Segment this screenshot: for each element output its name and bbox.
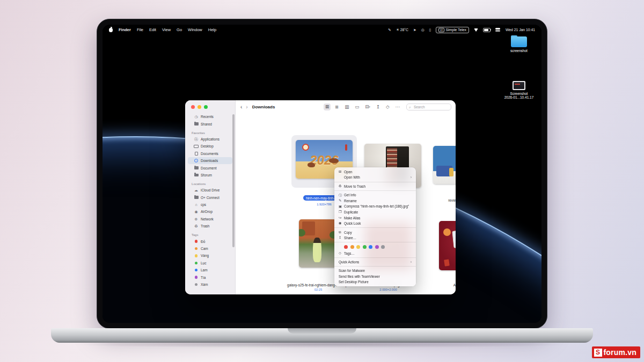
file-thumbnail-artboard-3[interactable]: GEMINI LIVE bbox=[439, 221, 456, 270]
phone-motif bbox=[452, 230, 456, 248]
pencil-icon[interactable]: ✎ bbox=[388, 28, 391, 32]
menu-finder[interactable]: Finder bbox=[119, 27, 131, 32]
context-menu-item-copy[interactable]: ⧉Copy bbox=[334, 230, 416, 235]
apple-logo-icon[interactable] bbox=[109, 28, 113, 32]
sidebar-item-desktop[interactable]: Desktop bbox=[188, 143, 232, 150]
tag-dot-orange bbox=[195, 247, 198, 250]
sidebar-tag-xam[interactable]: Xám bbox=[188, 281, 232, 288]
sidebar-item-sforum[interactable]: Sforum bbox=[188, 172, 232, 179]
sidebar-item-applications[interactable]: ⒶApplications bbox=[188, 136, 232, 143]
control-center-icon[interactable] bbox=[495, 28, 501, 32]
view-grid-button[interactable]: ⊞ bbox=[324, 104, 331, 110]
tag-color-gray[interactable] bbox=[381, 245, 385, 249]
sidebar-item-icloud[interactable]: ☁iCloud Drive bbox=[188, 187, 232, 194]
sidebar-item-airdrop[interactable]: ◉AirDrop bbox=[188, 208, 232, 215]
menu-file[interactable]: File bbox=[137, 27, 143, 32]
view-columns-button[interactable]: ▥ bbox=[343, 104, 350, 110]
context-menu-item-rename[interactable]: ✎Rename bbox=[334, 198, 416, 204]
menu-help[interactable]: Help bbox=[208, 27, 216, 32]
context-menu-item-scan-for-malware[interactable]: Scan for Malware bbox=[334, 268, 416, 274]
menu-label: Send files with TeamViewer bbox=[339, 275, 380, 278]
close-window-button[interactable] bbox=[191, 105, 195, 109]
context-menu-item-open[interactable]: ⊞Open bbox=[334, 169, 416, 175]
minimize-window-button[interactable] bbox=[197, 105, 201, 109]
battery-icon[interactable] bbox=[483, 28, 491, 32]
sidebar-item-oplus-connect[interactable]: O+ Connect bbox=[188, 194, 232, 201]
tag-color-yellow[interactable] bbox=[356, 245, 360, 249]
zoom-window-button[interactable] bbox=[204, 105, 208, 109]
context-menu-item-move-to-trash[interactable]: ♻Move to Trash bbox=[334, 183, 416, 189]
sidebar-label: Trash bbox=[201, 224, 209, 228]
file-name[interactable]: Artboard 3.png bbox=[439, 283, 456, 287]
device-status-icon[interactable]: ▯ bbox=[429, 28, 431, 32]
menu-edit[interactable]: Edit bbox=[149, 27, 156, 32]
sidebar-item-shared[interactable]: Shared bbox=[188, 120, 232, 127]
app-status-icon-1[interactable]: ➤ bbox=[413, 28, 416, 32]
sidebar-scrollbar[interactable] bbox=[232, 114, 235, 247]
wifi-icon[interactable] bbox=[474, 28, 478, 32]
tag-color-red[interactable] bbox=[344, 245, 348, 249]
file-name[interactable]: review-tu-lanh-10.jpg bbox=[433, 198, 456, 202]
sidebar-tag-tia[interactable]: Tía bbox=[188, 274, 232, 280]
context-menu-item-quick-actions[interactable]: Quick Actions› bbox=[334, 259, 416, 265]
file-thumbnail-galaxy-video[interactable] bbox=[299, 219, 336, 268]
sidebar-item-trash[interactable]: ♻Trash bbox=[188, 223, 232, 230]
sidebar-item-cps[interactable]: ⌂cps bbox=[188, 201, 232, 208]
menu-divider bbox=[334, 182, 416, 182]
input-badge: VI bbox=[438, 28, 444, 32]
group-by-button[interactable]: ⊟▾ bbox=[363, 104, 372, 110]
sidebar-item-document[interactable]: Document bbox=[188, 164, 232, 171]
sidebar-label: iCloud Drive bbox=[201, 188, 219, 192]
share-button[interactable]: ↥ bbox=[375, 104, 382, 110]
duplicate-icon: ❐ bbox=[339, 210, 344, 213]
context-menu-item-send-teamviewer[interactable]: Send files with TeamViewer bbox=[334, 274, 416, 279]
sidebar-label: O+ Connect bbox=[201, 196, 219, 200]
context-menu-item-make-alias[interactable]: ↪Make Alias bbox=[334, 215, 416, 221]
context-menu-item-duplicate[interactable]: ❐Duplicate bbox=[334, 209, 416, 215]
app-status-icon-2[interactable]: ◎ bbox=[421, 28, 425, 32]
tag-color-blue[interactable] bbox=[369, 245, 372, 249]
menu-bar-clock[interactable]: Wed 21 Jan 10:41 bbox=[506, 28, 535, 32]
sidebar-tag-luc[interactable]: Lục bbox=[188, 260, 232, 267]
view-gallery-button[interactable]: ▭ bbox=[353, 104, 361, 110]
sidebar-tag-vang[interactable]: Vàng bbox=[188, 252, 232, 259]
open-icon: ⊞ bbox=[339, 170, 344, 173]
weather-status[interactable]: ☀ 28°C bbox=[396, 28, 408, 32]
sidebar-item-network[interactable]: ⊕Network bbox=[188, 216, 232, 223]
search-input[interactable] bbox=[413, 105, 447, 109]
view-list-button[interactable]: ≣ bbox=[333, 104, 340, 110]
input-name: Simple Telex bbox=[446, 28, 466, 32]
context-menu-item-set-desktop-picture[interactable]: Set Desktop Picture bbox=[334, 279, 416, 285]
sidebar-tag-do[interactable]: Đỏ bbox=[188, 238, 232, 245]
sidebar-item-documents[interactable]: Documents bbox=[188, 150, 232, 157]
sidebar-item-recents[interactable]: ◷Recents bbox=[188, 113, 232, 120]
context-menu-item-open-with[interactable]: Open With› bbox=[334, 175, 416, 181]
sidebar-section-favorites: Favorites bbox=[185, 128, 235, 136]
sidebar-item-downloads[interactable]: ↓Downloads bbox=[188, 157, 232, 164]
sidebar-tag-cam[interactable]: Cam bbox=[188, 245, 232, 252]
desktop-icon-screenshot-file[interactable]: Screenshot 2026-01...10.41.17 bbox=[504, 81, 534, 99]
back-button[interactable]: ‹ bbox=[240, 105, 243, 110]
context-menu-item-share[interactable]: ↥Share… bbox=[334, 235, 416, 241]
tag-dot-gray bbox=[195, 283, 198, 286]
menu-view[interactable]: View bbox=[162, 27, 171, 32]
context-menu-item-get-info[interactable]: ⓘGet Info bbox=[334, 192, 416, 198]
forward-button[interactable]: › bbox=[245, 105, 248, 110]
search-field[interactable]: ⌕ bbox=[406, 104, 451, 110]
tag-color-purple[interactable] bbox=[375, 245, 379, 249]
file-thumbnail-review-tu-lanh[interactable] bbox=[433, 146, 456, 184]
context-menu-item-quick-look[interactable]: ◉Quick Look bbox=[334, 220, 416, 226]
desktop-icon-screenshot-folder[interactable]: screenshot bbox=[504, 36, 534, 53]
tag-color-orange[interactable] bbox=[350, 245, 354, 249]
more-options-button[interactable]: ⋯ bbox=[394, 104, 402, 110]
tag-dot-green bbox=[195, 262, 198, 265]
menu-window[interactable]: Window bbox=[188, 27, 202, 32]
tag-button[interactable]: ◇ bbox=[384, 104, 391, 110]
context-menu-item-tags[interactable]: ◇Tags… bbox=[334, 250, 416, 256]
input-source-menu[interactable]: VI Simple Telex bbox=[436, 27, 469, 33]
tag-color-green[interactable] bbox=[363, 245, 367, 249]
sidebar-tag-lam[interactable]: Lam bbox=[188, 267, 232, 274]
context-menu-item-compress[interactable]: ▣Compress “hinh-nen-may-tinh-tet (186).j… bbox=[334, 204, 416, 210]
menu-go[interactable]: Go bbox=[177, 27, 182, 32]
home-icon: ⌂ bbox=[194, 203, 199, 206]
